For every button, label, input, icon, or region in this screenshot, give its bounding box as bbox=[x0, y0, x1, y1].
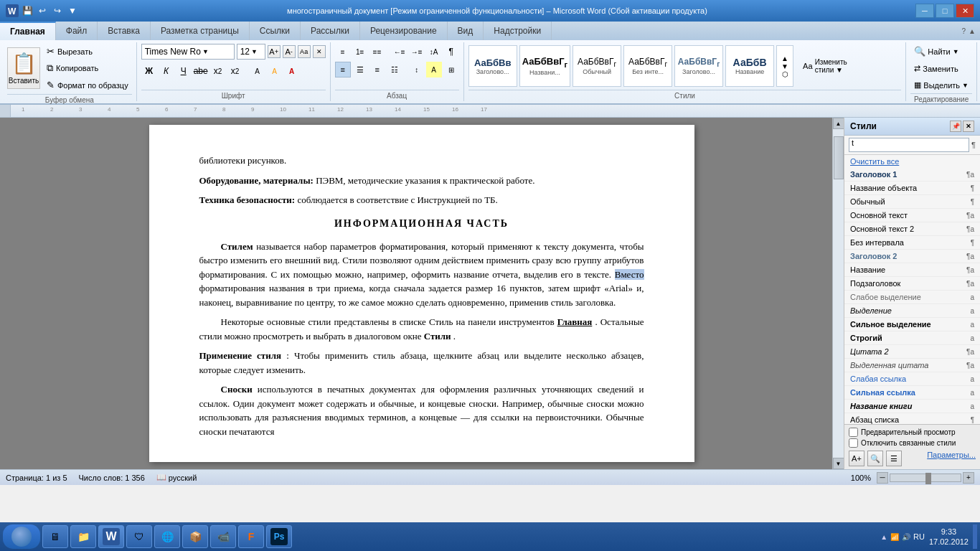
restore-button[interactable]: □ bbox=[936, 4, 954, 18]
style-list-item-body-text2[interactable]: Основной текст 2 ¶a bbox=[844, 222, 980, 236]
start-button[interactable] bbox=[3, 524, 40, 549]
show-marks-button[interactable]: ¶ bbox=[443, 44, 459, 60]
taskbar-item-word[interactable]: W bbox=[98, 525, 124, 548]
zoom-in-button[interactable]: + bbox=[963, 472, 974, 484]
style-item-heading2[interactable]: АаБбВвГг Заголово... bbox=[674, 45, 723, 87]
tab-home[interactable]: Главная bbox=[0, 22, 56, 40]
text-effect-button[interactable]: A bbox=[250, 63, 265, 79]
clear-format-button[interactable]: ✕ bbox=[313, 45, 326, 58]
align-right-button[interactable]: ≡ bbox=[369, 62, 385, 77]
preview-checkbox[interactable] bbox=[849, 428, 858, 437]
style-list-item-subtle-ref[interactable]: Слабая ссылка a bbox=[844, 372, 980, 386]
style-list-item-body-text[interactable]: Основной текст ¶a bbox=[844, 209, 980, 222]
copy-button[interactable]: ⧉ Копировать bbox=[43, 60, 132, 76]
new-style-button[interactable]: A+ bbox=[849, 451, 864, 466]
style-item-title[interactable]: АаБбВвГг Названи... bbox=[519, 45, 570, 87]
zoom-out-button[interactable]: ─ bbox=[877, 472, 888, 484]
taskbar-item-explorer[interactable]: 📁 bbox=[70, 525, 96, 548]
increase-indent-button[interactable]: →≡ bbox=[409, 44, 425, 60]
save-quick-button[interactable]: 💾 bbox=[21, 4, 34, 17]
find-button[interactable]: 🔍 Найти ▼ bbox=[910, 44, 962, 59]
strikethrough-button[interactable]: abe bbox=[193, 63, 209, 79]
help-button[interactable]: ? bbox=[962, 27, 966, 35]
undo-quick-button[interactable]: ↩ bbox=[36, 4, 49, 17]
paste-button[interactable]: 📋 Вставить bbox=[7, 47, 40, 89]
style-list-item-book-title[interactable]: Название книги a bbox=[844, 400, 980, 413]
zoom-slider-thumb[interactable] bbox=[925, 473, 931, 484]
style-list-item-intense-quote[interactable]: Выделенная цитата ¶a bbox=[844, 359, 980, 372]
taskbar-item-desktop[interactable]: 🖥 bbox=[42, 525, 68, 548]
disable-checkbox[interactable] bbox=[849, 438, 858, 448]
highlight-button[interactable]: A bbox=[267, 63, 283, 79]
style-list-item-emphasis[interactable]: Выделение a bbox=[844, 304, 980, 318]
tab-mailings[interactable]: Рассылки bbox=[301, 22, 360, 40]
font-grow-button[interactable]: A+ bbox=[268, 45, 281, 58]
align-center-button[interactable]: ☰ bbox=[352, 62, 368, 77]
zoom-slider[interactable] bbox=[890, 474, 961, 482]
align-justify-button[interactable]: ☷ bbox=[387, 62, 402, 77]
style-list-item-subtitle[interactable]: Подзаголовок ¶a bbox=[844, 277, 980, 291]
format-painter-button[interactable]: ✎ Формат по образцу bbox=[43, 77, 132, 93]
manage-styles-button[interactable]: ☰ bbox=[886, 451, 902, 466]
customize-quick-button[interactable]: ▼ bbox=[66, 4, 79, 17]
underline-button[interactable]: Ч bbox=[176, 63, 192, 79]
tray-expand-icon[interactable]: ▲ bbox=[880, 533, 887, 541]
tab-file[interactable]: Файл bbox=[56, 22, 98, 40]
document-page[interactable]: библиотеки рисунков. Оборудование, матер… bbox=[149, 125, 694, 462]
style-list-item-list-para[interactable]: Абзац списка ¶ bbox=[844, 413, 980, 424]
taskbar-item-browser[interactable]: 🌐 bbox=[154, 525, 180, 548]
style-list-item-object-name[interactable]: Название объекта ¶ bbox=[844, 182, 980, 195]
params-link[interactable]: Параметры... bbox=[927, 451, 976, 466]
style-item-nospace[interactable]: АаБбВвГг Без инте... bbox=[623, 45, 672, 87]
redo-quick-button[interactable]: ↪ bbox=[51, 4, 64, 17]
taskbar-item-video[interactable]: 📹 bbox=[210, 525, 236, 548]
line-spacing-button[interactable]: ↕ bbox=[409, 62, 425, 77]
align-left-button[interactable]: ≡ bbox=[335, 62, 351, 77]
style-list-item-subtle-em[interactable]: Слабое выделение a bbox=[844, 291, 980, 304]
replace-button[interactable]: ⇄ Заменить bbox=[910, 62, 961, 75]
style-item-normal[interactable]: АаБбВвГг Обычный bbox=[573, 45, 621, 87]
numbering-button[interactable]: 1≡ bbox=[352, 44, 368, 60]
show-desktop-button[interactable] bbox=[973, 524, 977, 549]
subscript-button[interactable]: x2 bbox=[210, 63, 226, 79]
clear-all-button[interactable]: Очистить все bbox=[844, 155, 980, 168]
style-list-item-quote2[interactable]: Цитата 2 ¶a bbox=[844, 345, 980, 359]
taskbar-item-photoshop[interactable]: Ps bbox=[266, 525, 292, 548]
superscript-button[interactable]: x2 bbox=[227, 63, 243, 79]
sort-button[interactable]: ↕A bbox=[426, 44, 442, 60]
tab-view[interactable]: Вид bbox=[448, 22, 484, 40]
italic-button[interactable]: К bbox=[159, 63, 174, 79]
tab-addins[interactable]: Надстройки bbox=[484, 22, 552, 40]
taskbar-item-antivirus[interactable]: 🛡 bbox=[126, 525, 152, 548]
vertical-scrollbar[interactable]: ▲ ▼ bbox=[832, 118, 844, 469]
style-list-item-intense-ref[interactable]: Сильная ссылка a bbox=[844, 386, 980, 400]
style-item-more[interactable]: ▲ ▼ ⬡ bbox=[776, 45, 793, 87]
styles-search-input[interactable]: t bbox=[849, 138, 969, 152]
font-size-box[interactable]: 12 ▼ bbox=[237, 44, 265, 60]
bullets-button[interactable]: ≡ bbox=[335, 44, 351, 60]
style-list-item-no-space[interactable]: Без интервала ¶ bbox=[844, 236, 980, 250]
font-color-button[interactable]: A bbox=[284, 63, 300, 79]
style-list-item-title[interactable]: Название ¶a bbox=[844, 263, 980, 277]
taskbar-item-files[interactable]: 📦 bbox=[182, 525, 208, 548]
ribbon-expand-button[interactable]: ▲ bbox=[969, 27, 976, 35]
bold-button[interactable]: Ж bbox=[141, 63, 157, 79]
scroll-down-button[interactable]: ▼ bbox=[833, 458, 844, 469]
cut-button[interactable]: ✂ Вырезать bbox=[43, 44, 132, 59]
styles-panel-pin-button[interactable]: 📌 bbox=[950, 121, 961, 132]
tab-review[interactable]: Рецензирование bbox=[360, 22, 448, 40]
border-button[interactable]: ⊞ bbox=[443, 62, 459, 77]
minimize-button[interactable]: ─ bbox=[915, 4, 934, 18]
taskbar-item-flash[interactable]: F bbox=[238, 525, 264, 548]
scroll-up-button[interactable]: ▲ bbox=[833, 118, 844, 129]
style-list-item-normal[interactable]: Обычный ¶ bbox=[844, 195, 980, 209]
shading-button[interactable]: A bbox=[426, 62, 442, 77]
multilevel-button[interactable]: ≡≡ bbox=[369, 44, 385, 60]
scroll-thumb[interactable] bbox=[834, 136, 844, 179]
decrease-indent-button[interactable]: ←≡ bbox=[392, 44, 407, 60]
style-item-name[interactable]: АаБбВ Название bbox=[725, 45, 774, 87]
select-button[interactable]: ▦ Выделить ▼ bbox=[910, 78, 972, 92]
tab-insert[interactable]: Вставка bbox=[98, 22, 151, 40]
style-list-item-strong[interactable]: Строгий a bbox=[844, 331, 980, 345]
tab-layout[interactable]: Разметка страницы bbox=[151, 22, 250, 40]
